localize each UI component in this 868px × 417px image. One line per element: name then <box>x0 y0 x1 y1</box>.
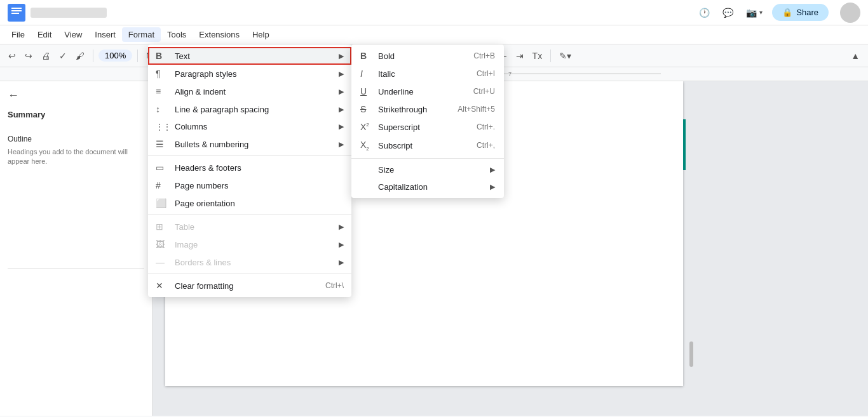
sidebar-divider <box>8 268 144 274</box>
italic-shortcut: Ctrl+I <box>477 69 495 78</box>
format-menu-columns[interactable]: ⋮⋮ Columns ▶ <box>148 118 351 135</box>
share-label: Share <box>796 8 818 17</box>
collapse-btn[interactable]: ▲ <box>848 49 863 63</box>
table-arrow: ▶ <box>339 223 344 231</box>
video-btn[interactable]: 📷 ▾ <box>743 6 766 20</box>
comment-btn[interactable]: 💬 <box>719 6 736 20</box>
columns-arrow: ▶ <box>339 122 344 131</box>
text-submenu-size[interactable]: Size ▶ <box>351 161 504 178</box>
menu-divider-3 <box>148 274 351 274</box>
headers-icon: ▭ <box>156 162 168 173</box>
capitalization-label: Capitalization <box>378 182 490 192</box>
clear-format-btn[interactable]: Tx <box>529 49 546 63</box>
menu-item-tools[interactable]: Tools <box>161 27 193 42</box>
text-submenu-bold[interactable]: B Bold Ctrl+B <box>351 47 504 65</box>
print-btn[interactable]: 🖨 <box>38 49 53 63</box>
format-menu-paragraph[interactable]: ¶ Paragraph styles ▶ <box>148 65 351 83</box>
paint-format-btn[interactable]: 🖌 <box>72 49 88 63</box>
menu-item-file[interactable]: File <box>5 27 31 42</box>
outline-hint: Headings you add to the document will ap… <box>8 147 144 167</box>
headers-label: Headers & footers <box>175 163 344 173</box>
pagenumbers-icon: # <box>156 180 168 190</box>
columns-icon: ⋮⋮ <box>156 122 168 131</box>
clearformat-icon: ✕ <box>156 281 168 291</box>
pageorientation-icon: ⬜ <box>156 198 168 208</box>
text-submenu-strikethrough[interactable]: S Strikethrough Alt+Shift+5 <box>351 100 504 118</box>
image-icon: 🖼 <box>156 239 168 249</box>
bullets-label: Bullets & numbering <box>175 140 339 149</box>
size-label: Size <box>378 165 490 175</box>
doc-title <box>31 8 107 18</box>
format-menu-align[interactable]: ≡ Align & indent ▶ <box>148 83 351 100</box>
sidebar-back-btn[interactable]: ← <box>8 89 144 102</box>
text-submenu-capitalization[interactable]: Capitalization ▶ <box>351 178 504 195</box>
top-bar: 🕐 💬 📷 ▾ 🔒 Share <box>0 0 868 25</box>
spellcheck-btn[interactable]: ✓ <box>56 49 70 63</box>
text-submenu-superscript[interactable]: X2 Superscript Ctrl+. <box>351 118 504 136</box>
align-label: Align & indent <box>175 87 339 96</box>
svg-rect-1 <box>11 8 22 9</box>
toolbar-sep-1 <box>93 50 93 62</box>
video-arrow: ▾ <box>759 9 763 16</box>
format-menu-pageorientation[interactable]: ⬜ Page orientation <box>148 194 351 212</box>
lock-icon: 🔒 <box>782 8 792 17</box>
linespacing-arrow: ▶ <box>339 105 344 114</box>
paragraph-icon: ¶ <box>156 69 168 79</box>
subscript-label: Subscript <box>378 141 477 150</box>
menu-item-view[interactable]: View <box>58 27 88 42</box>
text-submenu-underline[interactable]: U Underline Ctrl+U <box>351 83 504 100</box>
size-arrow: ▶ <box>490 166 495 174</box>
scrollbar-thumb[interactable] <box>689 341 693 367</box>
strikethrough-shortcut: Alt+Shift+5 <box>458 105 495 114</box>
pen-btn[interactable]: ✎▾ <box>556 49 574 63</box>
pagenumbers-label: Page numbers <box>175 181 344 190</box>
zoom-btn[interactable]: 100% <box>98 50 132 62</box>
format-menu-bullets[interactable]: ☰ Bullets & numbering ▶ <box>148 135 351 153</box>
text-submenu-italic[interactable]: I Italic Ctrl+I <box>351 65 504 83</box>
green-strip <box>683 119 686 170</box>
format-menu-borders[interactable]: — Borders & lines ▶ <box>148 253 351 271</box>
subscript-icon: X2 <box>360 140 373 152</box>
menu-bar: File Edit View Insert Format Tools Exten… <box>0 25 868 44</box>
italic-icon: I <box>360 69 373 79</box>
format-menu-text[interactable]: B Text ▶ <box>148 47 351 65</box>
toolbar-sep-8 <box>550 50 551 62</box>
bullets-icon: ☰ <box>156 139 168 149</box>
menu-item-extensions[interactable]: Extensions <box>193 27 246 42</box>
format-menu-clearformat[interactable]: ✕ Clear formatting Ctrl+\ <box>148 277 351 295</box>
underline-label: Underline <box>378 87 473 96</box>
redo-btn[interactable]: ↪ <box>22 49 36 63</box>
doc-title-area <box>31 8 696 18</box>
indent-more-btn[interactable]: ⇥ <box>513 49 527 63</box>
strikethrough-icon: S <box>360 104 373 114</box>
text-icon: B <box>156 51 168 61</box>
svg-rect-2 <box>11 10 22 11</box>
paragraph-label: Paragraph styles <box>175 69 339 79</box>
pageorientation-label: Page orientation <box>175 199 344 208</box>
toolbar-sep-2 <box>137 50 138 62</box>
underline-shortcut: Ctrl+U <box>473 87 495 96</box>
menu-item-format[interactable]: Format <box>122 27 161 42</box>
menu-item-insert[interactable]: Insert <box>88 27 122 42</box>
borders-label: Borders & lines <box>175 258 339 267</box>
text-submenu: B Bold Ctrl+B I Italic Ctrl+I U Underlin… <box>351 44 504 198</box>
text-submenu-subscript[interactable]: X2 Subscript Ctrl+, <box>351 136 504 156</box>
clearformat-shortcut: Ctrl+\ <box>325 281 344 290</box>
format-menu-linespacing[interactable]: ↕ Line & paragraph spacing ▶ <box>148 100 351 118</box>
format-menu-headers[interactable]: ▭ Headers & footers <box>148 159 351 176</box>
menu-item-help[interactable]: Help <box>246 27 276 42</box>
align-icon: ≡ <box>156 86 168 96</box>
share-button[interactable]: 🔒 Share <box>772 4 829 21</box>
menu-item-edit[interactable]: Edit <box>31 27 58 42</box>
undo-btn[interactable]: ↩ <box>5 49 19 63</box>
format-menu-pagenumbers[interactable]: # Page numbers <box>148 176 351 194</box>
bold-shortcut: Ctrl+B <box>473 51 495 60</box>
ruler-sidebar-space <box>0 67 153 81</box>
history-btn[interactable]: 🕐 <box>696 6 713 20</box>
format-menu-table[interactable]: ⊞ Table ▶ <box>148 218 351 235</box>
menu-divider-2 <box>148 215 351 215</box>
format-menu-image[interactable]: 🖼 Image ▶ <box>148 235 351 253</box>
bullets-arrow: ▶ <box>339 140 344 149</box>
text-label: Text <box>175 51 339 61</box>
linespacing-label: Line & paragraph spacing <box>175 105 339 114</box>
